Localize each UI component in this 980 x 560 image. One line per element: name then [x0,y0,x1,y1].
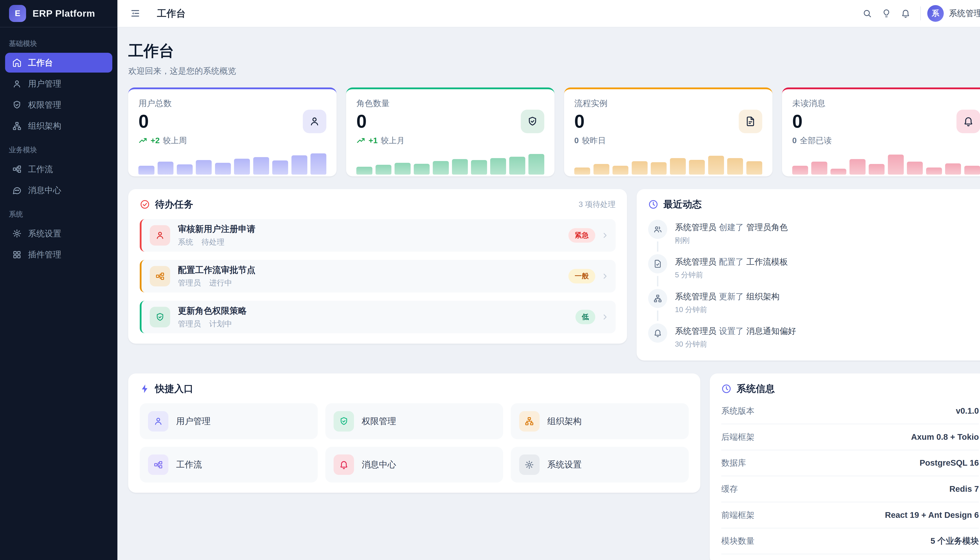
sidebar-nav: 基础模块 工作台 用户管理 权限管理 组织架构 业务模块 工作流 消息中心 系统 [0,27,117,270]
mini-bar-chart [138,151,326,175]
sidebar-item-label: 权限管理 [28,99,61,111]
quick-link-label: 工作流 [176,459,202,470]
task-status: 计划中 [209,318,232,329]
stat-card-users: 用户总数 0 +2 较上周 [128,87,337,176]
app-title: ERP Platform [33,8,95,19]
panel-title: 系统信息 [737,382,775,395]
sidebar-item-messages[interactable]: 消息中心 [5,180,112,200]
activity-item: 系统管理员更新了组织架构 10 分钟前 [648,289,979,323]
activity-actor: 系统管理员 [675,257,716,267]
activity-time: 30 分钟前 [675,339,799,349]
info-value: Redis 7 [949,484,979,494]
activity-actor: 系统管理员 [675,292,716,301]
activity-object: 消息通知偏好 [746,327,796,336]
search-icon [862,8,872,18]
sidebar-item-plugins[interactable]: 插件管理 [5,245,112,265]
sidebar-item-label: 用户管理 [28,78,61,90]
workflow-icon [12,164,22,174]
task-list: 审核新用户注册申请 系统待处理 紧急 配置工作流审批节点 管理员进行中 [140,219,616,333]
users-icon [648,220,668,239]
activity-actor: 系统管理员 [675,223,716,232]
activity-time: 10 分钟前 [675,305,782,315]
quick-link-workflow[interactable]: 工作流 [140,447,318,483]
trend-text: 较上月 [381,135,405,146]
stat-label: 流程实例 [574,98,762,109]
bell-icon [957,110,980,133]
search-button[interactable] [858,4,877,23]
user-icon [12,79,22,89]
quick-link-label: 用户管理 [176,415,211,427]
activity-list: 系统管理员创建了管理员角色 刚刚 系统管理员配置了工作流模板 5 分钟前 [648,220,979,350]
task-row[interactable]: 审核新用户注册申请 系统待处理 紧急 [140,219,616,252]
user-name[interactable]: 系统管理员 [949,8,980,19]
task-source: 管理员 [178,278,201,288]
task-source: 系统 [178,237,193,247]
info-label: 缓存 [721,483,738,495]
sidebar-item-workbench[interactable]: 工作台 [5,53,112,73]
chevron-right-icon [601,231,609,240]
lightning-icon [140,384,150,394]
stat-cards: 用户总数 0 +2 较上周 角色数量 0 [128,87,980,176]
stat-value: 0 [792,111,802,132]
gear-icon [519,455,540,475]
org-chart-icon [648,289,668,308]
trend-number: +1 [369,136,377,145]
avatar[interactable]: 系 [927,5,944,22]
trending-up-icon [138,136,148,145]
info-row: 系统版本v0.1.0 [721,398,979,424]
chevron-right-icon [601,272,609,280]
sidebar-item-label: 系统设置 [28,228,61,239]
quick-link-messages[interactable]: 消息中心 [326,447,503,483]
home-icon [12,58,22,67]
quick-link-users[interactable]: 用户管理 [140,403,318,439]
workflow-icon [148,455,168,475]
activity-actor: 系统管理员 [675,327,716,336]
stat-trend: +1 较上月 [356,135,544,146]
file-icon [739,110,762,133]
plugin-icon [12,250,22,260]
stat-card-messages: 未读消息 0 0 全部已读 [782,87,980,176]
quick-links-panel: 快捷入口 用户管理 权限管理 组织架构 [128,373,700,493]
todo-panel: 待办任务 3 项待处理 审核新用户注册申请 系统待处理 紧急 [128,189,627,343]
activity-panel: 最近动态 系统管理员创建了管理员角色 刚刚 系统管理员配置了工作流模板 [636,189,980,361]
task-row[interactable]: 配置工作流审批节点 管理员进行中 一般 [140,260,616,292]
check-circle-icon [140,199,150,210]
task-title: 审核新用户注册申请 [178,223,256,235]
info-row: 前端框架React 19 + Ant Design 6 [721,502,979,528]
trend-text: 全部已读 [800,135,832,146]
trend-number: +2 [151,136,159,145]
user-icon [303,110,326,133]
gear-icon [12,229,22,238]
stat-label: 角色数量 [356,98,544,109]
sidebar-item-settings[interactable]: 系统设置 [5,223,112,243]
info-label: 后端框架 [721,431,754,443]
bell-icon [901,8,910,18]
task-title: 配置工作流审批节点 [178,264,256,276]
theme-button[interactable] [877,4,896,23]
trending-up-icon [356,136,365,145]
main-area: 工作台 系 系统管理员 工作台 欢迎回来，这是您的系统概览 用户总数 0 [117,0,980,560]
notifications-button[interactable] [896,4,915,23]
clock-icon [721,384,731,394]
nav-group-label: 系统 [9,210,109,219]
quick-link-settings[interactable]: 系统设置 [511,447,689,483]
sidebar-collapse-button[interactable] [129,7,142,20]
activity-time: 5 分钟前 [675,270,790,280]
info-label: 系统版本 [721,405,754,417]
task-row[interactable]: 更新角色权限策略 管理员计划中 低 [140,301,616,333]
quick-link-organization[interactable]: 组织架构 [511,403,689,439]
stat-value: 0 [356,111,367,132]
sidebar-item-workflow[interactable]: 工作流 [5,159,112,179]
sidebar-item-permissions[interactable]: 权限管理 [5,95,112,115]
stat-trend: 0 较昨日 [574,135,762,146]
shield-check-icon [521,110,544,133]
quick-link-permissions[interactable]: 权限管理 [326,403,503,439]
clock-icon [648,199,658,210]
info-row: 数据库PostgreSQL 16 [721,450,979,477]
info-value: 5 个业务模块 [930,535,979,547]
sidebar-item-label: 工作台 [28,57,53,68]
activity-time: 刚刚 [675,235,790,245]
sidebar-item-users[interactable]: 用户管理 [5,74,112,94]
sidebar-item-organization[interactable]: 组织架构 [5,116,112,136]
org-chart-icon [12,121,22,131]
